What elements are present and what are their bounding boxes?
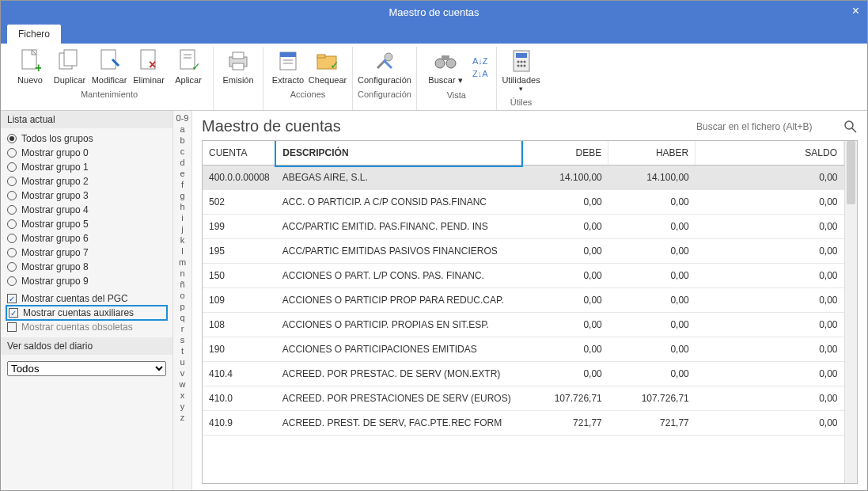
- az-i[interactable]: i: [173, 212, 191, 223]
- sort-asc-icon[interactable]: A↓Z: [472, 56, 488, 66]
- sidebar-section-title: Lista actual: [1, 111, 172, 128]
- table-row[interactable]: 195ACC/PARTIC EMITIDAS PASIVOS FINANCIER…: [203, 239, 844, 264]
- az-h[interactable]: h: [173, 201, 191, 212]
- radio-group-6[interactable]: Mostrar grupo 5: [7, 217, 166, 231]
- table-row[interactable]: 410.9ACREED. PREST. DE SERV, FAC.PTE.REC…: [203, 411, 844, 436]
- ribbon-group-actions: Extracto ✓ Chequear Acciones: [263, 47, 353, 110]
- apply-button[interactable]: ✓ Aplicar: [169, 47, 208, 86]
- table-row[interactable]: 502ACC. O PARTICIP. A C/P CONSID PAS.FIN…: [203, 190, 844, 215]
- search-input[interactable]: [695, 120, 837, 133]
- radio-group-5[interactable]: Mostrar grupo 4: [7, 203, 166, 217]
- col-balance[interactable]: SALDO: [696, 141, 844, 166]
- az-d[interactable]: d: [173, 157, 191, 168]
- col-account[interactable]: CUENTA: [203, 141, 276, 166]
- az-0-9[interactable]: 0-9: [173, 112, 191, 124]
- extract-icon: [275, 48, 301, 74]
- config-button[interactable]: Configuración: [358, 47, 411, 86]
- ribbon-group-label: Útiles: [510, 94, 533, 110]
- radio-icon: [7, 134, 17, 143]
- modify-button[interactable]: Modificar: [89, 47, 129, 86]
- az-j[interactable]: j: [173, 223, 191, 234]
- check-obs[interactable]: Mostrar cuentas obsoletas: [7, 320, 166, 334]
- az-t[interactable]: t: [173, 345, 191, 356]
- az-a[interactable]: a: [173, 124, 191, 135]
- az-k[interactable]: k: [173, 234, 191, 246]
- table-row[interactable]: 410.0ACREED. POR PRESTACIONES DE SERV (E…: [203, 386, 844, 411]
- radio-group-0[interactable]: Todos los grupos: [7, 131, 166, 146]
- svg-rect-16: [280, 52, 296, 57]
- printer-icon: [226, 48, 251, 74]
- check-button[interactable]: ✓ Chequear: [308, 47, 347, 86]
- col-debit[interactable]: DEBE: [521, 141, 608, 166]
- az-z[interactable]: z: [173, 412, 191, 423]
- svg-point-31: [520, 61, 522, 63]
- checkbox-icon: [9, 308, 18, 318]
- az-r[interactable]: r: [173, 323, 191, 334]
- tab-fichero[interactable]: Fichero: [7, 25, 61, 44]
- az-y[interactable]: y: [173, 401, 191, 412]
- az-g[interactable]: g: [173, 190, 191, 201]
- az-f[interactable]: f: [173, 179, 191, 190]
- radio-group-3[interactable]: Mostrar grupo 2: [7, 174, 166, 188]
- az-l[interactable]: l: [173, 246, 191, 257]
- az-v[interactable]: v: [173, 367, 191, 379]
- az-x[interactable]: x: [173, 390, 191, 401]
- svg-point-36: [845, 121, 853, 129]
- table-row[interactable]: 410.4ACREED. POR PRESTAC. DE SERV (MON.E…: [203, 362, 844, 386]
- radio-group-4[interactable]: Mostrar grupo 3: [7, 188, 166, 203]
- radio-group-1[interactable]: Mostrar grupo 0: [7, 146, 166, 160]
- az-ñ[interactable]: ñ: [173, 279, 191, 290]
- utilities-button[interactable]: Utilidades ▾: [502, 47, 541, 94]
- ribbon-group-label: Configuración: [358, 86, 411, 102]
- table-row[interactable]: 108ACCIONES O PARTICIP. PROPIAS EN SIT.E…: [203, 313, 844, 337]
- radio-group-9[interactable]: Mostrar grupo 8: [7, 260, 166, 274]
- svg-rect-20: [317, 55, 325, 58]
- table-row[interactable]: 150ACCIONES O PART. L/P CONS. PAS. FINAN…: [203, 264, 844, 288]
- az-w[interactable]: w: [173, 379, 191, 390]
- radio-icon: [7, 162, 17, 172]
- table-row[interactable]: 199ACC/PARTIC EMITID. PAS.FINANC. PEND. …: [203, 215, 844, 239]
- duplicate-button[interactable]: Duplicar: [50, 47, 89, 86]
- az-c[interactable]: c: [173, 146, 191, 157]
- edit-icon: [97, 48, 122, 74]
- vertical-scrollbar[interactable]: [844, 141, 857, 483]
- table-row[interactable]: 190ACCIONES O PARTICIPACIONES EMITIDAS0,…: [203, 337, 844, 362]
- az-s[interactable]: s: [173, 334, 191, 345]
- ribbon-group-label: Vista: [447, 87, 466, 103]
- extract-button[interactable]: Extracto: [268, 47, 308, 86]
- radio-group-10[interactable]: Mostrar grupo 9: [7, 274, 166, 288]
- window-title: Maestro de cuentas: [389, 6, 479, 18]
- sort-desc-icon[interactable]: Z↓A: [472, 69, 488, 78]
- alphabet-index: 0-9abcdefghijklmnñopqrstuvwxyz: [173, 111, 192, 490]
- az-o[interactable]: o: [173, 290, 191, 301]
- search-icon[interactable]: [843, 120, 858, 134]
- delete-button[interactable]: × Eliminar: [129, 47, 169, 86]
- balances-select[interactable]: Todos: [7, 361, 166, 376]
- check-pgc[interactable]: Mostrar cuentas del PGC: [7, 291, 166, 306]
- radio-group-2[interactable]: Mostrar grupo 1: [7, 160, 166, 174]
- close-icon[interactable]: ×: [852, 4, 859, 18]
- emission-button[interactable]: Emisión: [218, 47, 258, 86]
- table-row[interactable]: 400.0.0.00008ABEGAS AIRE, S.L.14.100,001…: [203, 166, 844, 190]
- col-credit[interactable]: HABER: [608, 141, 696, 166]
- az-b[interactable]: b: [173, 135, 191, 146]
- az-q[interactable]: q: [173, 312, 191, 323]
- table-row[interactable]: 109ACCIONES O PARTICIP PROP PARA REDUC.C…: [203, 288, 844, 313]
- radio-group-8[interactable]: Mostrar grupo 7: [7, 246, 166, 260]
- ribbon-group-label: Mantenimiento: [81, 86, 138, 102]
- radio-group-7[interactable]: Mostrar grupo 6: [7, 231, 166, 246]
- tools-icon: [372, 48, 397, 74]
- svg-point-35: [523, 65, 525, 67]
- az-e[interactable]: e: [173, 168, 191, 179]
- az-p[interactable]: p: [173, 301, 191, 312]
- az-n[interactable]: n: [173, 268, 191, 279]
- check-aux[interactable]: Mostrar cuentas auxiliares: [7, 306, 166, 319]
- svg-text:×: ×: [149, 58, 156, 71]
- checkbox-icon: [7, 294, 17, 303]
- col-description[interactable]: DESCRIPCIÓN: [276, 141, 521, 166]
- az-m[interactable]: m: [173, 257, 191, 268]
- new-button[interactable]: + Nuevo: [10, 47, 50, 86]
- az-u[interactable]: u: [173, 356, 191, 367]
- search-dropdown-button[interactable]: Buscar ▾: [422, 47, 469, 87]
- ribbon-group-configuration: Configuración Configuración: [353, 47, 417, 110]
